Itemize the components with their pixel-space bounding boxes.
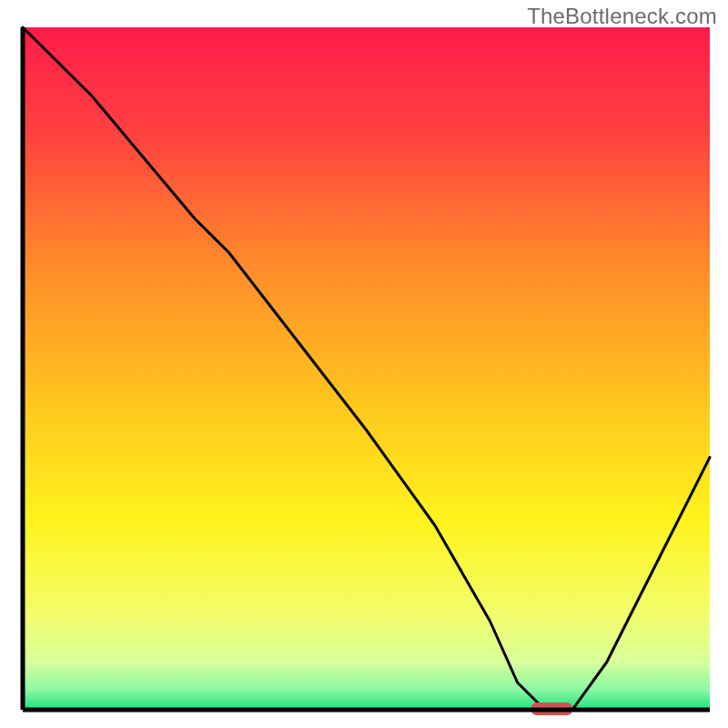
chart-container: TheBottleneck.com [0, 0, 728, 728]
bottleneck-chart [0, 0, 728, 728]
plot-background [23, 27, 710, 710]
watermark-label: TheBottleneck.com [527, 4, 717, 29]
